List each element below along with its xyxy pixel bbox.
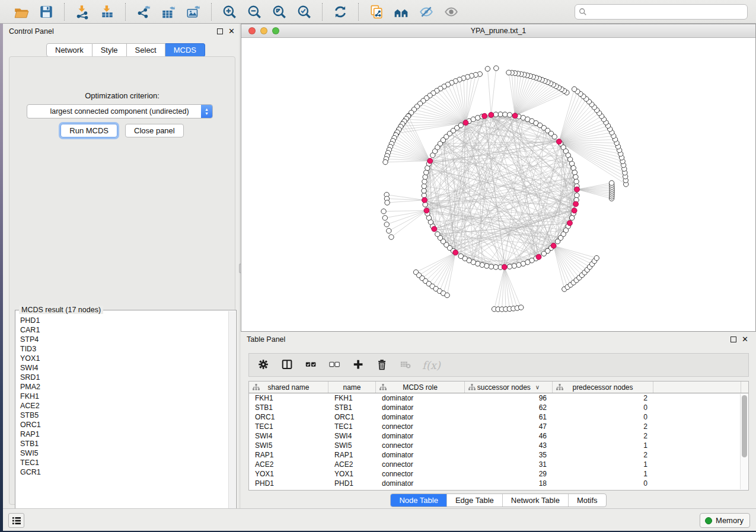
mcds-result-item[interactable]: CAR1	[20, 325, 231, 335]
mcds-list-scrollbar[interactable]	[228, 311, 235, 529]
new-network-from-selection-button[interactable]	[366, 2, 387, 21]
open-file-button[interactable]	[11, 2, 32, 21]
table-row[interactable]: ACE2ACE2connector311	[249, 460, 748, 469]
refresh-view-button[interactable]	[330, 2, 351, 21]
table-cell: ACE2	[249, 460, 328, 469]
add-column-button[interactable]	[351, 357, 366, 373]
automation-panel-button[interactable]	[8, 513, 24, 528]
table-options-gear-icon	[257, 358, 270, 371]
first-neighbors-button[interactable]	[391, 2, 412, 21]
export-network-button[interactable]	[133, 2, 154, 21]
mcds-result-item[interactable]: RAP1	[20, 430, 231, 439]
tab-select[interactable]: Select	[127, 43, 165, 57]
network-canvas[interactable]	[241, 38, 755, 331]
column-header-shared-name[interactable]: shared name	[249, 382, 328, 393]
mcds-result-item[interactable]: PMA2	[20, 382, 231, 392]
table-cell: 47	[465, 422, 553, 431]
zoom-selected-button[interactable]	[294, 2, 315, 21]
mcds-result-item[interactable]: YOX1	[20, 354, 231, 363]
mcds-result-item[interactable]: STB1	[20, 439, 231, 448]
save-session-icon	[39, 4, 54, 20]
search-icon	[579, 8, 587, 16]
mcds-result-item[interactable]: TID3	[20, 344, 231, 354]
table-row[interactable]: SWI5SWI5connector431	[249, 441, 748, 450]
column-header-name[interactable]: name	[328, 382, 376, 393]
table-cell: STB1	[328, 403, 376, 412]
column-header-MCDS-role[interactable]: MCDS role	[376, 382, 465, 393]
mcds-result-item[interactable]: SRD1	[20, 373, 231, 382]
table-row[interactable]: STB1STB1dominator620	[249, 403, 748, 412]
delete-column-button[interactable]	[375, 357, 390, 373]
table-scrollbar-thumb[interactable]	[742, 395, 747, 457]
control-panel-title: Control Panel	[9, 27, 54, 36]
tab-network-table[interactable]: Network Table	[502, 494, 568, 507]
hide-selected-button[interactable]	[416, 2, 437, 21]
table-options-gear-button[interactable]	[256, 357, 272, 373]
close-panel-icon[interactable]: ✕	[228, 28, 235, 34]
table-row[interactable]: TEC1TEC1connector472	[249, 422, 748, 431]
mcds-result-item[interactable]: STP4	[20, 335, 231, 344]
export-image-button[interactable]	[183, 2, 204, 21]
table-row[interactable]: SWI4SWI4dominator462	[249, 431, 748, 441]
mcds-result-item[interactable]: PHD1	[20, 316, 231, 325]
run-mcds-button[interactable]: Run MCDS	[60, 124, 117, 137]
close-table-panel-icon[interactable]: ✕	[742, 336, 748, 342]
float-panel-icon[interactable]	[217, 28, 223, 34]
zoom-out-icon	[247, 4, 262, 20]
show-all-button[interactable]	[441, 2, 462, 21]
mcds-result-item[interactable]: SWI4	[20, 363, 231, 373]
criterion-dropdown[interactable]: largest connected component (undirected)…	[27, 104, 213, 118]
tab-motifs[interactable]: Motifs	[568, 494, 606, 507]
tab-node-table[interactable]: Node Table	[391, 494, 446, 507]
hide-selected-icon	[419, 4, 434, 20]
mcds-result-list[interactable]: PHD1CAR1STP4TID3YOX1SWI4SRD1PMA2FKH1ACE2…	[15, 310, 236, 530]
show-columns-button[interactable]	[280, 357, 295, 373]
tab-edge-table[interactable]: Edge Table	[446, 494, 502, 507]
mcds-result-groupbox: MCDS result (17 nodes) PHD1CAR1STP4TID3Y…	[15, 310, 237, 530]
table-row[interactable]: YOX1YOX1connector291	[249, 469, 748, 479]
import-table-button[interactable]	[97, 2, 118, 21]
mcds-result-item[interactable]: SWI5	[20, 448, 231, 458]
select-all-columns-button[interactable]	[304, 357, 319, 373]
table-row[interactable]: ORC1ORC1dominator610	[249, 412, 748, 422]
export-table-button[interactable]	[158, 2, 179, 21]
select-all-columns-icon	[305, 358, 318, 371]
first-neighbors-icon	[394, 4, 409, 20]
search-input[interactable]	[589, 8, 744, 16]
mcds-result-item[interactable]: ORC1	[20, 420, 231, 430]
table-row[interactable]: FKH1FKH1dominator962	[249, 393, 748, 403]
memory-button[interactable]: Memory	[700, 513, 750, 528]
table-cell: SWI4	[328, 432, 376, 440]
toolbar-separator	[125, 3, 126, 21]
zoom-in-button[interactable]	[219, 2, 240, 21]
column-header-successor-nodes[interactable]: successor nodes∨	[465, 382, 553, 393]
network-window-titlebar[interactable]: YPA_prune.txt_1	[241, 24, 755, 38]
table-scrollbar[interactable]	[740, 394, 748, 489]
column-header-predecessor-nodes[interactable]: predecessor nodes	[553, 382, 653, 393]
float-table-panel-icon[interactable]	[731, 336, 736, 342]
close-panel-button[interactable]: Close panel	[125, 124, 184, 137]
tab-network[interactable]: Network	[46, 43, 92, 57]
table-cell: 2	[553, 394, 653, 402]
desktop: Control Panel ✕ NetworkStyleSelectMCDS O…	[0, 0, 756, 532]
table-row[interactable]: RAP1RAP1dominator352	[249, 450, 748, 460]
mcds-result-item[interactable]: ACE2	[20, 401, 231, 411]
table-cell: YOX1	[249, 470, 328, 478]
table-cell: connector	[376, 470, 465, 478]
tab-mcds[interactable]: MCDS	[165, 43, 205, 57]
deselect-all-columns-button[interactable]	[327, 357, 343, 373]
mcds-result-item[interactable]: TEC1	[20, 458, 231, 467]
network-graph[interactable]	[241, 38, 755, 331]
table-cell: 2	[553, 422, 653, 431]
search-box[interactable]	[575, 4, 748, 20]
zoom-out-button[interactable]	[244, 2, 265, 21]
table-tabs-bar: Node TableEdge TableNetwork TableMotifs	[241, 493, 756, 507]
table-row[interactable]: PHD1PHD1dominator180	[249, 479, 748, 488]
save-session-button[interactable]	[36, 2, 57, 21]
zoom-fit-button[interactable]	[269, 2, 290, 21]
mcds-result-item[interactable]: STB5	[20, 411, 231, 420]
mcds-result-item[interactable]: GCR1	[20, 467, 231, 477]
tab-style[interactable]: Style	[92, 43, 127, 57]
mcds-result-item[interactable]: FKH1	[20, 392, 231, 401]
import-network-button[interactable]	[72, 2, 93, 21]
